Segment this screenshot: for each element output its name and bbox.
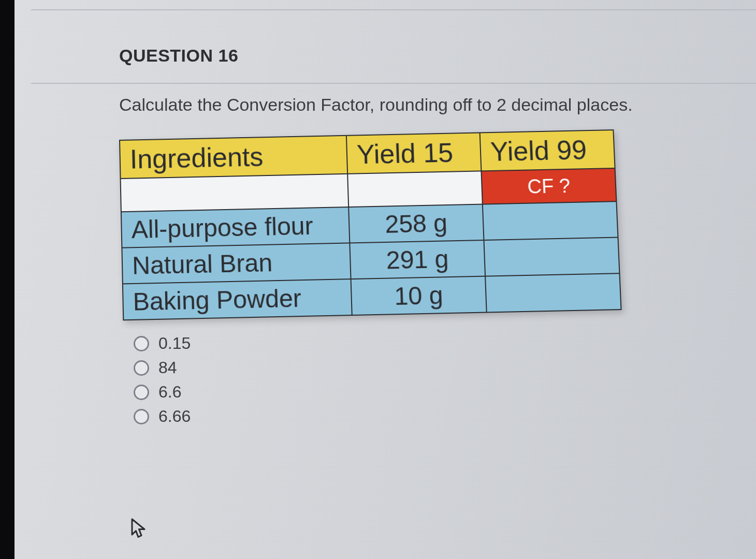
ingredient-name: Natural Bran [122,243,351,284]
col-header-ingredients: Ingredients [120,136,347,179]
answer-option[interactable]: 6.6 [134,383,756,402]
subheader-blank-1 [121,174,349,212]
ingredient-yield15: 291 g [350,240,485,279]
ingredient-yield99 [483,201,618,240]
screen-left-border [0,0,14,559]
answer-option-label: 84 [158,358,177,377]
col-header-yield-99: Yield 99 [480,130,615,171]
ingredient-yield15: 258 g [348,204,484,243]
subheader-blank-2 [347,171,483,207]
question-block: QUESTION 16 Calculate the Conversion Fac… [119,46,756,431]
radio-icon[interactable] [134,336,149,351]
question-prompt: Calculate the Conversion Factor, roundin… [119,95,756,115]
ingredient-name: Baking Powder [123,279,352,320]
recipe-table-wrap: Ingredients Yield 15 Yield 99 CF ? All-p… [119,126,756,320]
answer-option-label: 6.66 [158,407,191,426]
answer-option-label: 6.6 [158,383,181,402]
cursor-icon [129,518,147,539]
radio-icon[interactable] [134,409,149,424]
divider-top [31,9,756,10]
answer-options: 0.15 84 6.6 6.66 [119,334,756,426]
ingredient-name: All-purpose flour [121,207,350,248]
cf-label-cell: CF ? [481,168,616,204]
question-number-label: QUESTION 16 [119,46,756,66]
ingredient-yield15: 10 g [351,276,487,315]
ingredient-yield99 [484,238,619,276]
page: QUESTION 16 Calculate the Conversion Fac… [0,0,756,559]
answer-option[interactable]: 84 [134,358,756,377]
answer-option[interactable]: 6.66 [134,407,756,426]
radio-icon[interactable] [134,385,149,400]
ingredient-yield99 [485,273,621,312]
answer-option[interactable]: 0.15 [134,334,756,353]
radio-icon[interactable] [134,360,149,376]
answer-option-label: 0.15 [158,334,191,353]
col-header-yield-15: Yield 15 [346,133,482,173]
recipe-table: Ingredients Yield 15 Yield 99 CF ? All-p… [119,129,622,320]
